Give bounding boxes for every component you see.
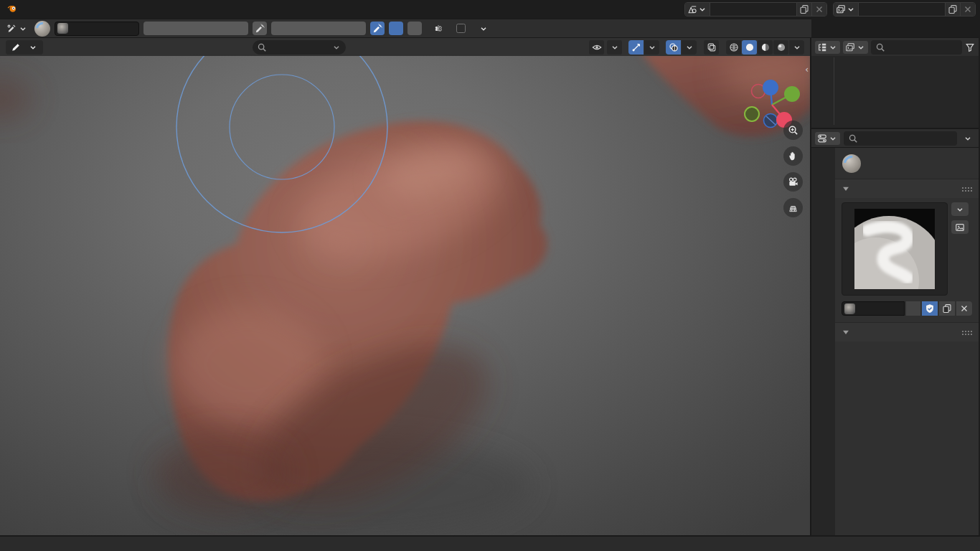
- show-gizmo-visibility-button[interactable]: [589, 40, 604, 55]
- brush-ball-icon: [842, 154, 861, 173]
- dyntopo-checkbox[interactable]: [456, 24, 466, 33]
- blender-logo-icon[interactable]: [7, 4, 22, 15]
- properties-content: [835, 148, 979, 535]
- scene-selector[interactable]: [684, 2, 827, 17]
- scene-icon[interactable]: [685, 3, 710, 16]
- pan-button[interactable]: [783, 146, 803, 166]
- search-icon: [875, 42, 885, 52]
- sculpt-mode-icon: [11, 42, 21, 52]
- panel-expand-icon: [841, 184, 851, 194]
- brush-chip: [844, 303, 855, 314]
- outliner-filter-mode[interactable]: [843, 41, 868, 54]
- users-count-button[interactable]: [906, 301, 920, 316]
- brushes-panel-header[interactable]: [835, 179, 979, 198]
- viewport-search[interactable]: [253, 40, 346, 55]
- tool-settings-bar: [0, 19, 811, 37]
- radius-slider[interactable]: [143, 22, 248, 35]
- filter-icon[interactable]: [965, 42, 975, 52]
- active-brush-icon[interactable]: [34, 21, 50, 37]
- sidebar-toggle[interactable]: ‹: [805, 65, 809, 75]
- viewport-3d[interactable]: ‹: [0, 56, 810, 535]
- editor-type-button[interactable]: [4, 22, 30, 35]
- blender-window: ‹: [0, 0, 980, 551]
- dyntopo-dropdown[interactable]: [470, 22, 494, 35]
- brush-preview-image: [854, 209, 935, 289]
- brush-select-dropdown[interactable]: [951, 202, 969, 216]
- properties-header: [811, 128, 979, 147]
- view-layer-icon[interactable]: [834, 3, 859, 16]
- brush-name-field[interactable]: [55, 22, 139, 36]
- brush-thumbnail-button[interactable]: [951, 220, 969, 234]
- new-scene-button[interactable]: [796, 3, 811, 16]
- new-brush-button[interactable]: [939, 301, 955, 316]
- strength-slider[interactable]: [271, 22, 366, 35]
- panel-expand-icon: [841, 327, 851, 337]
- brush-subtract-button[interactable]: [407, 22, 422, 35]
- search-icon: [257, 42, 267, 52]
- viewport-nav-buttons: [783, 121, 803, 217]
- gizmos-dropdown[interactable]: [644, 40, 659, 55]
- axis-minus-y[interactable]: [745, 107, 759, 121]
- strength-pressure-button[interactable]: [370, 22, 385, 35]
- overlays-toggle[interactable]: [666, 40, 681, 55]
- symmetry-icon: [433, 24, 443, 34]
- brush-preview-area: [835, 198, 979, 301]
- panel-grip[interactable]: [961, 187, 973, 192]
- unlink-brush-button[interactable]: [956, 301, 972, 316]
- workspace-tabs: [34, 0, 679, 19]
- fake-user-shield-button[interactable]: [922, 301, 938, 316]
- gizmos-toggle[interactable]: [628, 40, 644, 55]
- panel-grip[interactable]: [961, 330, 973, 335]
- chevron-down-icon: [331, 42, 341, 52]
- topbar: [0, 0, 980, 19]
- remove-view-layer-button[interactable]: [960, 3, 975, 16]
- shading-rendered-button[interactable]: [773, 40, 788, 55]
- shading-solid-button[interactable]: [742, 40, 757, 55]
- new-view-layer-button[interactable]: [945, 3, 960, 16]
- outliner: [811, 56, 979, 128]
- visibility-dropdown[interactable]: [607, 40, 622, 55]
- brush-settings-rows: [835, 342, 979, 351]
- outliner-search[interactable]: [871, 40, 962, 55]
- brush-id-row: [835, 301, 979, 322]
- properties-options-dropdown[interactable]: [961, 132, 975, 145]
- breadcrumb: [835, 148, 979, 179]
- brush-preview-well[interactable]: [842, 202, 948, 296]
- brush-preview-chip: [57, 23, 68, 34]
- status-bar: [0, 535, 980, 551]
- overlays-dropdown[interactable]: [682, 40, 697, 55]
- ortho-grid-button[interactable]: [783, 198, 803, 217]
- outliner-header: [811, 37, 979, 56]
- shading-dropdown[interactable]: [789, 40, 804, 55]
- properties-tab-column: [811, 148, 835, 535]
- axis-y[interactable]: [784, 86, 800, 102]
- unlink-scene-button[interactable]: [811, 3, 826, 16]
- mode-selector[interactable]: [6, 40, 43, 55]
- properties-editor-type[interactable]: [815, 132, 840, 145]
- brush-settings-panel-header[interactable]: [835, 322, 979, 342]
- brush-name-field[interactable]: [842, 301, 905, 316]
- search-icon: [848, 133, 858, 143]
- outliner-display-mode[interactable]: [815, 41, 840, 54]
- view-layer-selector[interactable]: [833, 2, 976, 17]
- axis-z[interactable]: [763, 80, 778, 95]
- viewport-header: [0, 37, 810, 56]
- zoom-button[interactable]: [783, 121, 803, 140]
- shading-material-button[interactable]: [758, 40, 773, 55]
- brush-add-button[interactable]: [389, 22, 403, 35]
- properties-search[interactable]: [844, 131, 957, 146]
- camera-view-button[interactable]: [783, 172, 803, 192]
- sculpt-scene: [0, 56, 810, 535]
- shading-wireframe-button[interactable]: [726, 40, 741, 55]
- radius-pressure-button[interactable]: [253, 22, 267, 35]
- xray-toggle[interactable]: [704, 40, 719, 55]
